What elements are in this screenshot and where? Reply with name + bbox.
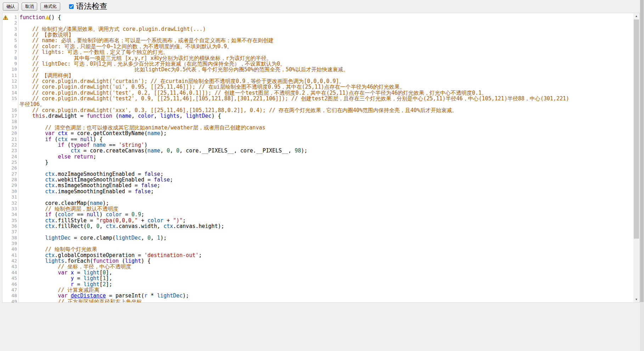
code-line[interactable]: 25 } (2, 160, 633, 165)
line-number: 32 (9, 200, 18, 206)
code-line[interactable]: 47 // 计算衰减距离 (2, 287, 633, 293)
code-line[interactable]: 40 // 绘制每个灯光效果 (2, 246, 633, 252)
code-line[interactable]: 3 // 绘制灯光/漆黑层效果。调用方式 core.plugin.drawLig… (2, 26, 633, 32)
code-text: function () { (18, 15, 633, 20)
code-line[interactable]: 44 var x = light[0], (2, 270, 633, 275)
lint-gutter (2, 160, 9, 165)
lint-gutter (2, 130, 9, 136)
code-line[interactable]: 26 (2, 165, 633, 171)
lint-warning-gutter[interactable] (2, 15, 9, 20)
code-line[interactable]: 34 if (color == null) color = 0.9; (2, 212, 633, 217)
lint-gutter (2, 189, 9, 194)
code-line[interactable]: 18 (2, 119, 633, 124)
lint-gutter (2, 44, 9, 49)
code-line[interactable]: 7 // lights: 可选，一个数组，定义了每个独立的灯光。 (2, 49, 633, 55)
code-line[interactable]: 20 var ctx = core.getContextByName(name)… (2, 130, 633, 136)
code-text: // 其中每一项是三元组 [x,y,r] x和y分别为该灯光的横纵坐标，r为该灯… (18, 55, 633, 61)
line-number: 8 (9, 55, 18, 61)
code-line[interactable]: 5 // name: 必填，要绘制到的画布名；可以是一个系统画布，或者是个自定义… (2, 38, 633, 43)
code-line[interactable]: 35 ctx.fillStyle = "rgba(0,0,0," + color… (2, 218, 633, 223)
code-line[interactable]: 32 core.clearMap(name); (2, 200, 633, 206)
lint-gutter (2, 49, 9, 55)
code-text: // core.plugin.drawLight('xxx', 0.3, [[2… (18, 107, 633, 113)
code-line[interactable]: 1function () { (2, 15, 633, 20)
code-text: // 绘制灯光/漆黑层效果。调用方式 core.plugin.drawLight… (18, 26, 633, 32)
line-number: 27 (9, 171, 18, 177)
code-line[interactable]: 31 (2, 194, 633, 200)
line-number: 15 (9, 96, 18, 101)
lint-gutter (2, 270, 9, 275)
code-line[interactable]: 11 // 【调用样例】 (2, 73, 633, 78)
line-number: 10 (9, 67, 18, 72)
code-line[interactable]: 8 // 其中每一项是三元组 [x,y,r] x和y分别为该灯光的横纵坐标，r为… (2, 55, 633, 61)
code-line[interactable]: 29 ctx.msImageSmoothingEnabled = false; (2, 183, 633, 188)
line-number: 23 (9, 148, 18, 154)
code-text: ctx.webkitImageSmoothingEnabled = false; (18, 177, 633, 183)
code-line[interactable]: 22 if (typeof name == 'string') (2, 142, 633, 148)
code-line[interactable]: 15 // core.plugin.drawLight('test2', 0.9… (2, 96, 633, 101)
code-line[interactable]: 23 ctx = core.createCanvas(name, 0, 0, c… (2, 148, 633, 154)
cancel-button[interactable]: 取消 (22, 2, 37, 11)
line-number: 16 (9, 107, 18, 113)
code-line[interactable]: 14 // core.plugin.drawLight('test', 0.2,… (2, 90, 633, 96)
code-text: // core.plugin.drawLight('ui', 0.95, [[2… (18, 84, 633, 90)
code-line[interactable]: 10 // 比如lightDec为0.5代表，每个灯光部分内圈50%的范围全亮，… (2, 67, 633, 72)
format-button[interactable]: 格式化 (40, 2, 60, 11)
code-line[interactable]: 43 // 坐标，半径，中心不透明度 (2, 264, 633, 269)
confirm-button[interactable]: 确认 (3, 2, 18, 11)
scroll-up-icon: ▲ (635, 15, 638, 18)
code-line-wrap[interactable]: 半径106。 (2, 101, 633, 107)
page-scrollbar-thumb[interactable] (640, 0, 644, 302)
code-line[interactable]: 27 ctx.mozImageSmoothingEnabled = false; (2, 171, 633, 177)
scrollbar-thumb[interactable] (634, 20, 639, 239)
code-line[interactable]: 33 // 绘制色调层，默认不透明度 (2, 206, 633, 212)
page-scrollbar[interactable] (640, 0, 644, 351)
code-text: lightDec = core.clamp(lightDec, 0, 1); (18, 235, 633, 241)
lint-gutter (2, 20, 9, 26)
code-line[interactable]: 12 // core.plugin.drawLight('curtain'); … (2, 78, 633, 84)
line-number: 43 (9, 264, 18, 269)
line-number: 20 (9, 130, 18, 136)
code-text: // core.plugin.drawLight('test', 0.2, [[… (18, 90, 633, 96)
code-line[interactable]: 41 ctx.globalCompositeOperation = 'desti… (2, 252, 633, 258)
code-line[interactable]: 45 y = light[1], (2, 275, 633, 281)
code-line[interactable]: 6 // color: 可选，只能是一个0~1之间的数，为不透明度的值。不填则默… (2, 44, 633, 49)
code-line[interactable]: 16 // core.plugin.drawLight('xxx', 0.3, … (2, 107, 633, 113)
code-line[interactable]: 4 // 【参数说明】 (2, 32, 633, 38)
code-line[interactable]: 48 var decDistance = parseInt(r * lightD… (2, 293, 633, 299)
code-line[interactable]: 9 // lightDec: 可选，0到1之间，光从多少百分比才开始衰减（在此范… (2, 61, 633, 67)
code-line[interactable]: 13 // core.plugin.drawLight('ui', 0.95, … (2, 84, 633, 90)
code-line[interactable]: 17 this.drawLight = function (name, colo… (2, 113, 633, 119)
line-number: 30 (9, 189, 18, 194)
code-line[interactable]: 39 (2, 241, 633, 246)
code-text: // core.plugin.drawLight('test2', 0.9, [… (18, 96, 633, 101)
code-line[interactable]: 19 // 清空色调层；也可以修改成其它层比如animate/weather层，… (2, 125, 633, 130)
code-line[interactable]: 36 ctx.fillRect(0, 0, ctx.canvas.width, … (2, 223, 633, 229)
code-line[interactable]: 42 lights.forEach(function (light) { (2, 258, 633, 264)
code-line[interactable]: 30 ctx.imageSmoothingEnabled = false; (2, 189, 633, 194)
code-line[interactable]: 24 else return; (2, 154, 633, 160)
code-text: ctx.imageSmoothingEnabled = false; (18, 189, 633, 194)
warning-icon (3, 15, 8, 20)
code-text: // 【调用样例】 (18, 73, 633, 78)
line-number: 21 (9, 136, 18, 142)
lint-label: 语法检查 (76, 1, 107, 12)
code-line[interactable]: 21 if (ctx == null) { (2, 136, 633, 142)
code-line[interactable]: 28 ctx.webkitImageSmoothingEnabled = fal… (2, 177, 633, 183)
lint-gutter (2, 73, 9, 78)
scroll-up-button[interactable]: ▲ (633, 13, 639, 19)
code-line[interactable]: 46 r = light[2]; (2, 282, 633, 287)
code-text: if (ctx == null) { (18, 136, 633, 142)
lint-gutter (2, 96, 9, 101)
code-line[interactable]: 38 lightDec = core.clamp(lightDec, 0, 1)… (2, 235, 633, 241)
lint-gutter (2, 32, 9, 38)
code-line[interactable]: 49 // 正方形区域的直径和左上角坐标 (2, 299, 633, 302)
lint-gutter (2, 252, 9, 258)
code-text: this.drawLight = function (name, color, … (18, 113, 633, 119)
code-line[interactable]: 2 (2, 20, 633, 26)
code-line[interactable]: 37 (2, 229, 633, 235)
code-editor[interactable]: 1function () {23 // 绘制灯光/漆黑层效果。调用方式 core… (2, 13, 640, 303)
scroll-down-button[interactable]: ▼ (633, 296, 639, 302)
editor-scrollbar[interactable]: ▲ ▼ (633, 13, 639, 302)
lint-checkbox[interactable] (69, 4, 74, 9)
